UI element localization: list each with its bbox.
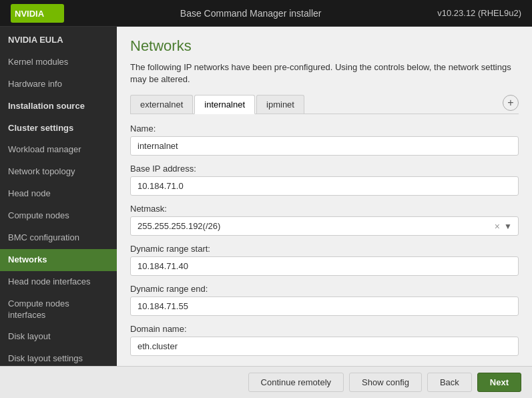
name-label: Name:	[130, 124, 519, 134]
sidebar-item-networks[interactable]: Networks	[0, 249, 117, 271]
continue-remotely-button[interactable]: Continue remotely	[248, 373, 344, 392]
back-button[interactable]: Back	[427, 373, 472, 392]
app-title: Base Command Manager installer	[180, 8, 322, 19]
svg-text:NVIDIA: NVIDIA	[15, 9, 45, 19]
sidebar-item-compute-nodes-interfaces[interactable]: Compute nodes interfaces	[0, 293, 117, 327]
sidebar-item-nvidia-eula[interactable]: NVIDIA EULA	[0, 29, 117, 51]
domain-field-group: Domain name:	[130, 324, 519, 356]
sidebar-item-head-node[interactable]: Head node	[0, 183, 117, 205]
base-ip-input[interactable]	[130, 176, 519, 196]
sidebar-item-bmc-configuration[interactable]: BMC configuration	[0, 227, 117, 249]
sidebar-item-compute-nodes[interactable]: Compute nodes	[0, 205, 117, 227]
add-network-button[interactable]: +	[503, 95, 519, 111]
app-version: v10.23.12 (RHEL9u2)	[437, 8, 521, 18]
sidebar-item-network-topology[interactable]: Network topology	[0, 161, 117, 183]
nvidia-logo-icon: NVIDIA	[11, 4, 64, 23]
dynamic-end-field-group: Dynamic range end:	[130, 284, 519, 316]
main-content: Networks The following IP networks have …	[117, 27, 532, 366]
sidebar-item-cluster-settings[interactable]: Cluster settings	[0, 118, 117, 140]
sidebar-item-installation-source[interactable]: Installation source	[0, 95, 117, 118]
base-ip-label: Base IP address:	[130, 164, 519, 174]
domain-input[interactable]	[130, 337, 519, 356]
next-button[interactable]: Next	[477, 373, 521, 392]
sidebar-item-head-node-interfaces[interactable]: Head node interfaces	[0, 271, 117, 293]
tab-externalnet[interactable]: externalnet	[130, 95, 193, 114]
sidebar: NVIDIA EULAKernel modulesHardware infoIn…	[0, 27, 117, 366]
page-title: Networks	[130, 37, 519, 55]
header: NVIDIA Base Command Manager installer v1…	[0, 0, 532, 27]
base-ip-field-group: Base IP address:	[130, 164, 519, 196]
logo: NVIDIA	[11, 4, 64, 23]
network-tabs: externalnet internalnet ipminet +	[130, 95, 519, 114]
dynamic-start-field-group: Dynamic range start:	[130, 244, 519, 276]
sidebar-item-kernel-modules[interactable]: Kernel modules	[0, 51, 117, 73]
layout: NVIDIA EULAKernel modulesHardware infoIn…	[0, 27, 532, 366]
sidebar-item-disk-layout-settings[interactable]: Disk layout settings	[0, 348, 117, 366]
sidebar-item-hardware-info[interactable]: Hardware info	[0, 73, 117, 95]
dynamic-end-label: Dynamic range end:	[130, 284, 519, 294]
netmask-clear-icon[interactable]: ×	[495, 221, 500, 232]
tab-internalnet[interactable]: internalnet	[194, 95, 255, 114]
sidebar-item-workload-manager[interactable]: Workload manager	[0, 139, 117, 161]
name-field-group: Name:	[130, 124, 519, 156]
show-config-button[interactable]: Show config	[349, 373, 422, 392]
name-input[interactable]	[130, 136, 519, 156]
netmask-field-group: Netmask: 255.255.255.192(/26) × ▼	[130, 204, 519, 236]
netmask-select-wrapper: 255.255.255.192(/26) × ▼	[130, 216, 519, 236]
netmask-label: Netmask:	[130, 204, 519, 214]
page-description: The following IP networks have been pre-…	[130, 61, 519, 85]
sidebar-item-disk-layout[interactable]: Disk layout	[0, 326, 117, 348]
footer: Continue remotely Show config Back Next	[0, 366, 532, 398]
dynamic-start-label: Dynamic range start:	[130, 244, 519, 254]
domain-label: Domain name:	[130, 324, 519, 334]
dynamic-start-input[interactable]	[130, 256, 519, 276]
dynamic-end-input[interactable]	[130, 296, 519, 316]
netmask-select[interactable]: 255.255.255.192(/26)	[130, 216, 519, 236]
tab-ipminet[interactable]: ipminet	[256, 95, 304, 114]
